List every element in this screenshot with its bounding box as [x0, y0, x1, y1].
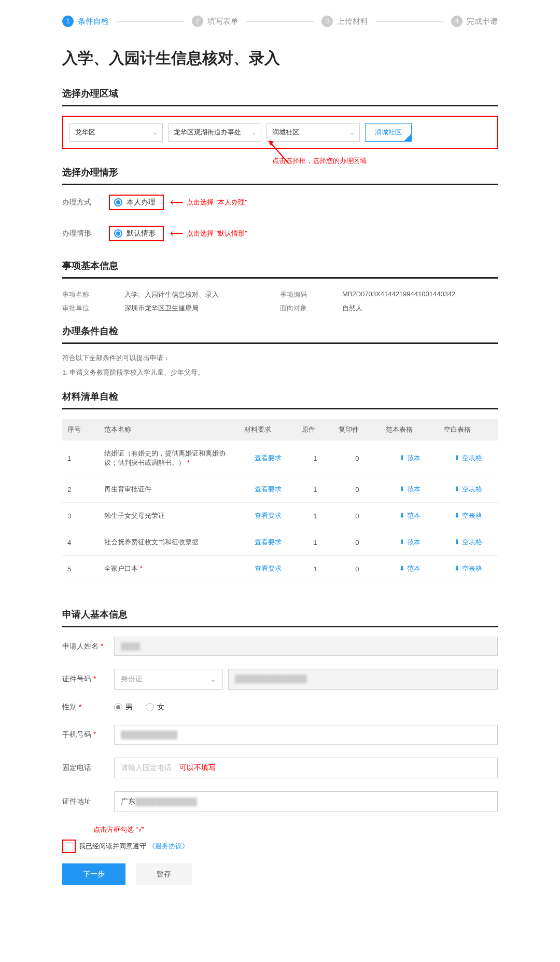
col-blank: 空白表格	[439, 419, 498, 441]
arrow-left-icon: ⟵	[170, 228, 184, 239]
info-code-label: 事项编码	[280, 290, 342, 299]
sample-download-link[interactable]: ⬇范本	[399, 538, 421, 546]
street-select[interactable]: 龙华区观湖街道办事处 ⌄	[168, 123, 261, 142]
step-label: 上传材料	[337, 17, 368, 26]
blank-download-link[interactable]: ⬇空表格	[454, 538, 482, 546]
tel-label: 固定电话	[62, 763, 114, 773]
method-radio-self[interactable]: 本人办理	[109, 195, 164, 210]
gender-female-label: 女	[157, 703, 164, 712]
cell-name: 独生子女父母光荣证	[99, 503, 239, 529]
step-label: 填写表单	[207, 17, 239, 26]
radio-icon	[114, 703, 122, 711]
section-conditions-title: 办理条件自检	[62, 325, 498, 344]
cell-seq: 1	[62, 441, 99, 476]
id-type-select[interactable]: 身份证 ⌄	[114, 669, 223, 690]
step-4: 4 完成申请	[451, 16, 498, 27]
blank-download-link[interactable]: ⬇空表格	[454, 512, 482, 519]
cell-copy: 0	[333, 441, 381, 476]
cell-seq: 2	[62, 476, 99, 503]
address-input[interactable]: 广东████████████	[114, 791, 498, 812]
chevron-down-icon: ⌄	[350, 130, 354, 135]
agree-checkbox-highlight	[62, 840, 76, 853]
region-confirm-tag[interactable]: 润城社区	[365, 123, 412, 142]
address-label: 证件地址	[62, 797, 114, 806]
info-dept-label: 审批单位	[62, 304, 124, 313]
view-requirement-link[interactable]: 查看要求	[255, 512, 282, 519]
section-basic-title: 事项基本信息	[62, 259, 498, 279]
radio-label: 默认情形	[127, 229, 156, 238]
step-number-icon: 1	[62, 16, 74, 27]
chevron-down-icon: ⌄	[210, 675, 216, 683]
view-requirement-link[interactable]: 查看要求	[255, 454, 282, 462]
save-draft-button[interactable]: 暂存	[136, 863, 192, 885]
id-number-input[interactable]: ██████████████	[228, 669, 498, 690]
table-row: 1结婚证（有婚史的，提供离婚证和离婚协议；供判决书或调解书。） *查看要求10⬇…	[62, 441, 498, 476]
community-select[interactable]: 润城社区 ⌄	[267, 123, 360, 142]
select-value: 龙华区观湖街道办事处	[174, 128, 241, 137]
applicant-name-input[interactable]: ████	[114, 637, 498, 656]
view-requirement-link[interactable]: 查看要求	[255, 485, 282, 493]
phone-input[interactable]: ███████████	[114, 725, 498, 745]
sample-download-link[interactable]: ⬇范本	[399, 512, 421, 519]
table-row: 3独生子女父母光荣证查看要求10⬇范本⬇空表格	[62, 503, 498, 529]
view-requirement-link[interactable]: 查看要求	[255, 538, 282, 546]
tel-input[interactable]: 请输入固定电话 可以不填写	[114, 758, 498, 778]
tel-hint: 可以不填写	[179, 763, 216, 773]
download-icon: ⬇	[399, 512, 405, 519]
step-number-icon: 2	[192, 16, 203, 27]
download-icon: ⬇	[454, 454, 460, 462]
info-target-label: 面向对象	[280, 304, 342, 313]
region-annotation: 点击选择框，选择您的办理区域	[272, 156, 367, 166]
cell-name: 结婚证（有婚史的，提供离婚证和离婚协议；供判决书或调解书。） *	[99, 441, 239, 476]
col-name: 范本名称	[99, 419, 239, 441]
agree-text: 我已经阅读并同意遵守	[79, 842, 146, 851]
cell-orig: 1	[297, 556, 333, 582]
download-icon: ⬇	[399, 454, 405, 462]
col-orig: 原件	[297, 419, 333, 441]
table-row: 2再生育审批证件查看要求10⬇范本⬇空表格	[62, 476, 498, 503]
step-indicator: 1 条件自检 2 填写表单 3 上传材料 4 完成申请	[62, 16, 498, 27]
radio-label: 本人办理	[127, 198, 156, 207]
scenario-radio-default[interactable]: 默认情形	[109, 226, 164, 241]
blank-download-link[interactable]: ⬇空表格	[454, 454, 482, 462]
address-value: 广东	[121, 797, 135, 806]
cell-name: 社会抚养费征收文书和征收票据	[99, 529, 239, 556]
download-icon: ⬇	[454, 565, 460, 572]
select-value: 龙华区	[75, 128, 95, 137]
cell-seq: 5	[62, 556, 99, 582]
view-requirement-link[interactable]: 查看要求	[255, 565, 282, 572]
scenario-label: 办理情形	[62, 229, 109, 238]
cell-name: 全家户口本 *	[99, 556, 239, 582]
step-1: 1 条件自检	[62, 16, 109, 27]
col-sample: 范本表格	[381, 419, 438, 441]
gender-female-radio[interactable]: 女	[146, 703, 164, 712]
district-select[interactable]: 龙华区 ⌄	[69, 123, 163, 142]
agree-checkbox[interactable]	[65, 842, 73, 850]
section-applicant-title: 申请人基本信息	[62, 608, 498, 627]
sample-download-link[interactable]: ⬇范本	[399, 454, 421, 462]
region-select-group: 龙华区 ⌄ 龙华区观湖街道办事处 ⌄ 润城社区 ⌄ 润城社区	[62, 116, 498, 149]
col-copy: 复印件	[333, 419, 381, 441]
select-value: 润城社区	[272, 128, 299, 137]
step-number-icon: 3	[321, 16, 333, 27]
blank-download-link[interactable]: ⬇空表格	[454, 485, 482, 493]
sample-download-link[interactable]: ⬇范本	[399, 565, 421, 572]
cell-orig: 1	[297, 503, 333, 529]
materials-table: 序号 范本名称 材料要求 原件 复印件 范本表格 空白表格 1结婚证（有婚史的，…	[62, 419, 498, 582]
download-icon: ⬇	[454, 512, 460, 519]
cell-orig: 1	[297, 441, 333, 476]
cell-orig: 1	[297, 529, 333, 556]
blank-download-link[interactable]: ⬇空表格	[454, 565, 482, 572]
col-seq: 序号	[62, 419, 99, 441]
gender-male-radio[interactable]: 男	[114, 703, 133, 712]
arrow-left-icon: ⟵	[170, 197, 184, 208]
radio-icon	[114, 229, 122, 238]
service-agreement-link[interactable]: 《服务协议》	[148, 842, 189, 851]
next-button[interactable]: 下一步	[62, 863, 125, 885]
download-icon: ⬇	[399, 485, 405, 493]
sample-download-link[interactable]: ⬇范本	[399, 485, 421, 493]
gender-label: 性别 *	[62, 703, 114, 712]
step-number-icon: 4	[451, 16, 463, 27]
step-label: 条件自检	[78, 17, 109, 26]
cell-name: 再生育审批证件	[99, 476, 239, 503]
